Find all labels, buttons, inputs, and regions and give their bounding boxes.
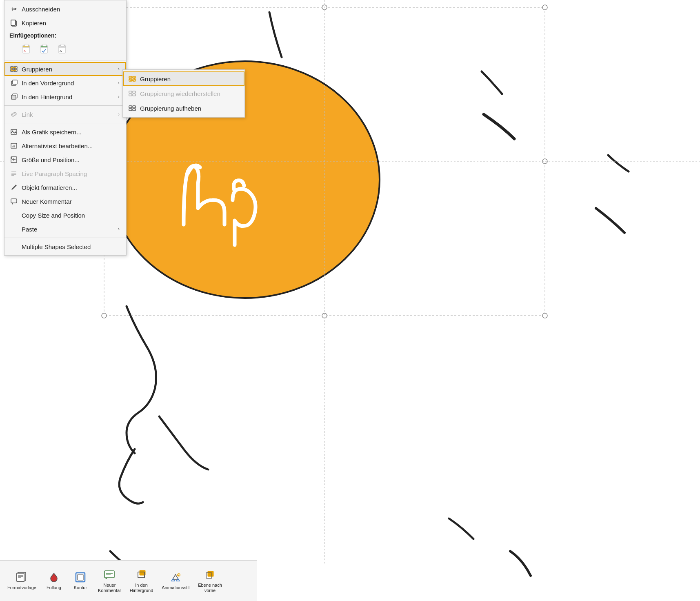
menu-item-vordergrund[interactable]: In den Vordergrund › xyxy=(4,76,126,90)
submenu-item-aufheben[interactable]: Gruppierung aufheben xyxy=(123,101,244,116)
toolbar-btn-fuellung[interactable]: Füllung xyxy=(42,568,66,593)
svg-rect-16 xyxy=(25,44,28,46)
kontur-icon xyxy=(74,571,87,584)
svg-rect-53 xyxy=(129,106,132,108)
regroup-icon xyxy=(128,89,137,98)
svg-rect-23 xyxy=(61,44,64,46)
fuellung-icon xyxy=(47,571,60,584)
submenu-item-wiederherstellen: Gruppierung wiederherstellen xyxy=(123,86,244,101)
menu-sep-4 xyxy=(4,238,126,238)
group-icon xyxy=(9,65,18,73)
submenu-label-aufheben: Gruppierung aufheben xyxy=(140,105,201,112)
fuellung-label: Füllung xyxy=(47,585,61,590)
menu-arrow-hintergrund: › xyxy=(118,94,120,100)
svg-rect-33 xyxy=(11,95,16,99)
svg-rect-73 xyxy=(208,571,213,577)
svg-rect-64 xyxy=(104,571,114,578)
formatvorlage-label: Formatvorlage xyxy=(7,585,36,590)
submenu-label-wiederherstellen: Gruppierung wiederherstellen xyxy=(140,90,220,97)
size-icon xyxy=(9,155,18,164)
svg-point-3 xyxy=(322,5,327,10)
bottom-toolbar: Formatvorlage Füllung Kontur xyxy=(0,560,257,601)
svg-rect-31 xyxy=(13,80,17,84)
menu-item-objekt-formatieren[interactable]: Objekt formatieren... xyxy=(4,180,126,194)
menu-item-copy-size[interactable]: Copy Size and Position xyxy=(4,208,126,222)
menu-item-neuer-kommentar[interactable]: Neuer Kommentar xyxy=(4,194,126,208)
copy-size-icon xyxy=(9,211,18,220)
svg-point-7 xyxy=(102,313,107,318)
paste-icon-3[interactable]: A xyxy=(56,41,71,56)
scissors-icon: ✂ xyxy=(9,4,18,13)
multiple-shapes-icon xyxy=(9,242,18,251)
menu-label-vordergrund: In den Vordergrund xyxy=(22,80,74,87)
svg-rect-56 xyxy=(133,109,136,111)
menu-item-ausschneiden[interactable]: ✂ Ausschneiden xyxy=(4,2,126,16)
menu-label-live-paragraph: Live Paragraph Spacing xyxy=(22,170,87,177)
menu-sep-1 xyxy=(4,60,126,60)
menu-label-link: Link xyxy=(22,111,33,118)
menu-arrow-vordergrund: › xyxy=(118,80,120,86)
toolbar-btn-formatvorlage[interactable]: Formatvorlage xyxy=(4,568,40,593)
menu-label-kopieren: Kopieren xyxy=(22,20,46,27)
toolbar-btn-animation[interactable]: ★ Animationsstil xyxy=(158,568,193,593)
svg-rect-43 xyxy=(11,199,17,203)
menu-label-alternativtext: Alternativtext bearbeiten... xyxy=(22,142,93,149)
animation-icon: ★ xyxy=(169,571,182,584)
menu-sep-2 xyxy=(4,105,126,106)
subgroup-icon xyxy=(128,74,137,83)
paste-menu-icon xyxy=(9,225,18,234)
menu-label-ausschneiden: Ausschneiden xyxy=(22,6,60,13)
svg-text:★: ★ xyxy=(178,574,180,577)
menu-label-copy-size: Copy Size and Position xyxy=(22,212,85,219)
comment-icon xyxy=(9,197,18,206)
menu-item-multiple-shapes: Multiple Shapes Selected xyxy=(4,240,126,254)
paste-icon-2[interactable] xyxy=(38,41,53,56)
alttext-icon: alt xyxy=(9,141,18,150)
toolbar-btn-ebene-nach-vorne[interactable]: Ebene nachvorne xyxy=(195,566,225,596)
toolbar-btn-kontur[interactable]: Kontur xyxy=(68,568,93,593)
neuer-kommentar-tb-label: NeuerKommentar xyxy=(98,583,121,593)
paste-icon-1[interactable]: A xyxy=(20,41,35,56)
svg-text:A: A xyxy=(24,49,26,52)
menu-label-multiple-shapes: Multiple Shapes Selected xyxy=(22,243,91,250)
submenu-item-gruppieren[interactable]: Gruppieren xyxy=(123,71,244,86)
svg-rect-49 xyxy=(129,91,132,93)
svg-text:alt: alt xyxy=(12,145,15,148)
ebene-nach-vorne-label: Ebene nachvorne xyxy=(198,583,222,593)
menu-item-alternativtext[interactable]: alt Alternativtext bearbeiten... xyxy=(4,139,126,153)
menu-einfuege-label: Einfügeoptionen: xyxy=(4,30,126,40)
svg-text:A: A xyxy=(60,49,62,53)
menu-item-hintergrund[interactable]: In den Hintergrund › xyxy=(4,90,126,104)
front-tb-icon xyxy=(203,568,216,581)
svg-point-9 xyxy=(542,313,547,318)
svg-rect-55 xyxy=(129,109,132,111)
menu-label-als-grafik: Als Grafik speichern... xyxy=(22,129,82,136)
menu-item-paste[interactable]: Paste › xyxy=(4,222,126,236)
svg-point-6 xyxy=(542,159,547,164)
kontur-label: Kontur xyxy=(74,585,87,590)
menu-item-kopieren[interactable]: Kopieren xyxy=(4,16,126,30)
menu-item-gruppieren[interactable]: Gruppieren › xyxy=(4,62,126,76)
toolbar-btn-hintergrund[interactable]: In denHintergrund xyxy=(127,566,156,596)
copy-icon xyxy=(9,18,18,27)
menu-label-groesse: Größe und Position... xyxy=(22,156,80,163)
link-icon xyxy=(9,110,18,119)
menu-item-groesse[interactable]: Größe und Position... xyxy=(4,153,126,167)
animationsstil-label: Animationsstil xyxy=(162,585,189,590)
paste-icons-row: A A xyxy=(4,40,126,58)
comment-tb-icon xyxy=(103,568,116,581)
menu-arrow-gruppieren: › xyxy=(118,66,120,72)
menu-label-paste: Paste xyxy=(22,226,37,233)
svg-rect-63 xyxy=(78,574,83,580)
menu-arrow-link: › xyxy=(118,111,120,117)
menu-item-link: Link › xyxy=(4,107,126,121)
back-icon xyxy=(9,92,18,101)
menu-item-als-grafik[interactable]: Als Grafik speichern... xyxy=(4,125,126,139)
menu-item-live-paragraph: Live Paragraph Spacing xyxy=(4,167,126,180)
format-icon xyxy=(9,183,18,192)
hintergrund-tb-label: In denHintergrund xyxy=(130,583,153,593)
menu-sep-3 xyxy=(4,123,126,123)
toolbar-btn-neuer-kommentar[interactable]: NeuerKommentar xyxy=(95,566,124,596)
canvas: ✂ Ausschneiden Kopieren Einfügeoptionen:… xyxy=(0,0,700,601)
menu-label-objekt-formatieren: Objekt formatieren... xyxy=(22,184,77,191)
